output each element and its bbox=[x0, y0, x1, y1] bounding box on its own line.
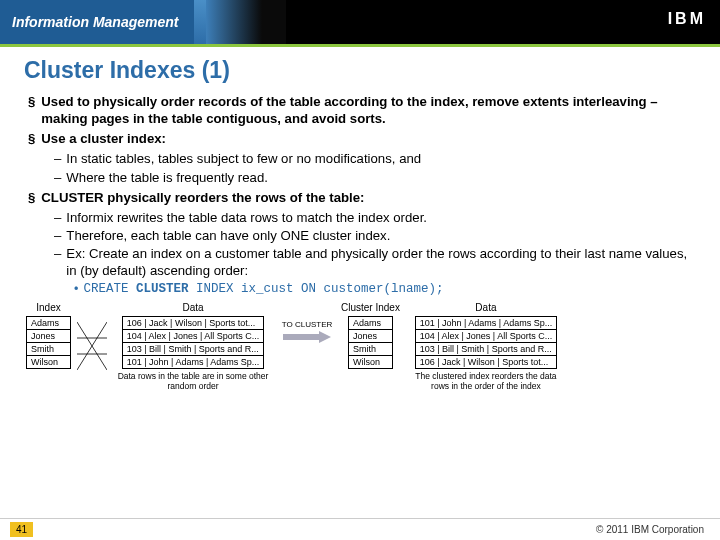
slide-title: Cluster Indexes (1) bbox=[0, 47, 720, 90]
header-gradient bbox=[206, 0, 720, 44]
data2-label: Data bbox=[475, 302, 496, 313]
bullet-1: §Used to physically order records of the… bbox=[28, 93, 692, 127]
ibm-logo: IBM bbox=[668, 10, 706, 28]
data2-row: 104 | Alex | Jones | All Sports C... bbox=[415, 329, 557, 342]
data2-row: 101 | John | Adams | Adams Sp... bbox=[415, 316, 557, 329]
data2-col: Data 101 | John | Adams | Adams Sp... 10… bbox=[406, 302, 566, 392]
data-row: 106 | Jack | Wilson | Sports tot... bbox=[122, 316, 264, 329]
bullet-3b-text: Therefore, each table can have only ONE … bbox=[66, 227, 390, 244]
data2-row: 106 | Jack | Wilson | Sports tot... bbox=[415, 355, 557, 368]
data-label: Data bbox=[182, 302, 203, 313]
caption-right: The clustered index reorders the data ro… bbox=[406, 372, 566, 392]
bullet-3a-text: Informix rewrites the table data rows to… bbox=[66, 209, 427, 226]
svg-marker-5 bbox=[319, 331, 331, 343]
cluster-row: Jones bbox=[348, 329, 392, 342]
cluster-row: Wilson bbox=[348, 355, 392, 368]
data-table: 106 | Jack | Wilson | Sports tot... 104 … bbox=[122, 316, 265, 369]
index-label: Index bbox=[36, 302, 60, 313]
bullet-3b: –Therefore, each table can have only ONE… bbox=[54, 227, 692, 244]
data-row: 104 | Alex | Jones | All Sports C... bbox=[122, 329, 264, 342]
code-pre: CREATE bbox=[83, 282, 136, 296]
code-post: INDEX ix_cust ON customer(lname); bbox=[188, 282, 443, 296]
cluster-index-table: Adams Jones Smith Wilson bbox=[348, 316, 393, 369]
product-name: Information Management bbox=[12, 14, 178, 30]
code-line: CREATE CLUSTER INDEX ix_cust ON customer… bbox=[83, 281, 443, 297]
cluster-index-col: Cluster Index Adams Jones Smith Wilson bbox=[341, 302, 400, 369]
code-keyword: CLUSTER bbox=[136, 282, 189, 296]
bullet-3c-text: Ex: Create an index on a customer table … bbox=[66, 245, 692, 279]
bullet-2: §Use a cluster index: bbox=[28, 130, 692, 147]
caption-left: Data rows in the table are in some other… bbox=[113, 372, 273, 392]
slide-content: §Used to physically order records of the… bbox=[0, 93, 720, 297]
data-col: Data 106 | Jack | Wilson | Sports tot...… bbox=[113, 302, 273, 392]
to-cluster-label: TO CLUSTER bbox=[282, 320, 333, 329]
index-col: Index Adams Jones Smith Wilson bbox=[26, 302, 71, 369]
diagram: Index Adams Jones Smith Wilson Data 106 … bbox=[0, 298, 720, 392]
cluster-index-label: Cluster Index bbox=[341, 302, 400, 313]
data2-row: 103 | Bill | Smith | Sports and R... bbox=[415, 342, 557, 355]
bullet-3: §CLUSTER physically reorders the rows of… bbox=[28, 189, 692, 206]
bullet-2b: –Where the table is frequently read. bbox=[54, 169, 692, 186]
svg-rect-4 bbox=[283, 334, 319, 340]
header-title-wrap: Information Management bbox=[0, 0, 194, 44]
bullet-code: • CREATE CLUSTER INDEX ix_cust ON custom… bbox=[74, 281, 692, 297]
copyright: © 2011 IBM Corporation bbox=[596, 524, 704, 535]
bullet-2b-text: Where the table is frequently read. bbox=[66, 169, 268, 186]
cluster-row: Smith bbox=[348, 342, 392, 355]
bullet-3-text: CLUSTER physically reorders the rows of … bbox=[41, 189, 364, 206]
bullet-2a: –In static tables, tables subject to few… bbox=[54, 150, 692, 167]
index-row: Smith bbox=[27, 342, 71, 355]
data2-table: 101 | John | Adams | Adams Sp... 104 | A… bbox=[415, 316, 558, 369]
cross-lines bbox=[77, 316, 107, 376]
page-number: 41 bbox=[10, 522, 33, 537]
arrow-icon bbox=[283, 331, 331, 343]
bullet-3c: –Ex: Create an index on a customer table… bbox=[54, 245, 692, 279]
index-row: Wilson bbox=[27, 355, 71, 368]
index-row: Jones bbox=[27, 329, 71, 342]
index-row: Adams bbox=[27, 316, 71, 329]
header-bar: Information Management IBM bbox=[0, 0, 720, 44]
data-row: 103 | Bill | Smith | Sports and R... bbox=[122, 342, 264, 355]
bullet-2-text: Use a cluster index: bbox=[41, 130, 166, 147]
index-table: Adams Jones Smith Wilson bbox=[26, 316, 71, 369]
bullet-2a-text: In static tables, tables subject to few … bbox=[66, 150, 421, 167]
cluster-row: Adams bbox=[348, 316, 392, 329]
bullet-3a: –Informix rewrites the table data rows t… bbox=[54, 209, 692, 226]
data-row: 101 | John | Adams | Adams Sp... bbox=[122, 355, 264, 368]
footer: 41 © 2011 IBM Corporation bbox=[0, 518, 720, 540]
bullet-1-text: Used to physically order records of the … bbox=[41, 93, 692, 127]
to-cluster-arrow: TO CLUSTER bbox=[279, 320, 335, 343]
